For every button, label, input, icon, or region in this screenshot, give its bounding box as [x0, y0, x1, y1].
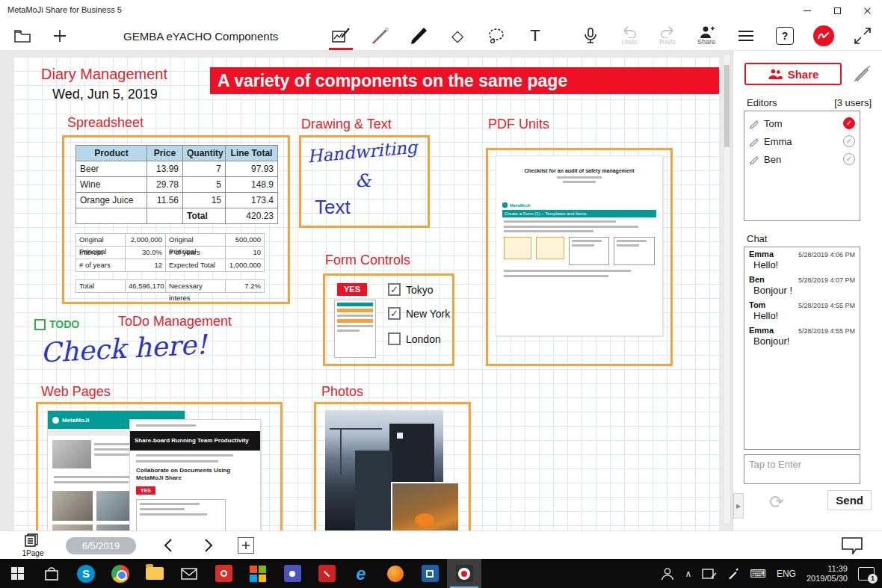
checkbox-checked-icon[interactable]: ✓	[388, 307, 401, 320]
new-page-button[interactable]	[45, 24, 75, 48]
form-option-tokyo[interactable]: ✓ Tokyo	[388, 283, 434, 296]
metamoji-app-icon	[456, 565, 473, 582]
form-controls-title[interactable]: Form Controls	[325, 253, 410, 268]
drawing-title[interactable]: Drawing & Text	[301, 117, 392, 132]
touch-keyboard-icon[interactable]: ⌨	[750, 567, 766, 581]
orange-app-taskbar-button[interactable]	[378, 559, 413, 588]
refresh-chat-button[interactable]: ⟳	[769, 492, 784, 513]
undo-button[interactable]: Undo	[614, 24, 644, 48]
maximize-button[interactable]	[822, 0, 852, 21]
pdf-thumbnail	[504, 237, 531, 259]
pdf-title[interactable]: PDF Units	[488, 117, 549, 132]
teams-taskbar-button[interactable]	[275, 559, 309, 588]
office-taskbar-button[interactable]	[241, 559, 275, 588]
finance-table-total[interactable]: Total 46,596,170 Necessary interes 7.2%	[75, 279, 265, 293]
next-page-button[interactable]	[199, 536, 218, 555]
page-count-label: 1Page	[18, 550, 48, 557]
checkbox-unchecked-icon[interactable]	[388, 332, 401, 345]
yes-badge[interactable]: YES	[337, 283, 367, 296]
minimize-button[interactable]	[792, 0, 822, 21]
editor-row[interactable]: Ben ✓	[744, 150, 860, 168]
file-explorer-taskbar-button[interactable]	[138, 559, 172, 588]
todo-title[interactable]: ToDo Management	[118, 314, 232, 329]
finance-table[interactable]: Original Principal 2,000,000 Original Pr…	[75, 233, 265, 272]
document-title[interactable]: GEMBA eYACHO Components	[123, 30, 278, 43]
metamoji-taskbar-button[interactable]	[447, 559, 481, 588]
microphone-button[interactable]	[576, 24, 605, 48]
undo-icon	[621, 26, 638, 38]
drawing-unit[interactable]: Handwriting & Text	[299, 135, 430, 228]
form-option-london[interactable]: London	[388, 332, 441, 345]
photos-title[interactable]: Photos	[321, 384, 363, 400]
people-tray-icon[interactable]	[661, 567, 674, 581]
pen-tray-icon[interactable]	[727, 568, 739, 580]
previous-page-button[interactable]	[158, 536, 178, 555]
redo-button[interactable]: Redo	[653, 24, 682, 48]
language-indicator[interactable]: ENG	[777, 569, 796, 579]
spreadsheet-table[interactable]: Product Price Quantity Line Total Beer 1…	[75, 145, 278, 224]
toolbar: GEMBA eYACHO Components ◇	[0, 21, 882, 51]
sidebar-collapse-button[interactable]: ▶	[733, 493, 744, 519]
edge-taskbar-button[interactable]: e	[344, 559, 378, 588]
page-banner[interactable]: A variety of components on the same page	[210, 67, 719, 94]
clock[interactable]: 11:39 2019/05/30	[807, 564, 848, 584]
close-button[interactable]	[852, 0, 882, 21]
red-app-taskbar-button[interactable]	[309, 559, 344, 588]
tray-expand-caret[interactable]: ∧	[685, 569, 691, 579]
pdf-unit[interactable]: Checklist for an audit of safety managem…	[486, 148, 673, 366]
page-date-chip[interactable]: 6/5/2019	[66, 537, 136, 554]
note-page[interactable]: Diary Management Wed, Jun 5, 2019 A vari…	[13, 57, 719, 530]
start-button[interactable]	[0, 559, 34, 588]
canvas-scrollbar[interactable]	[723, 54, 731, 524]
app-logo-button[interactable]	[809, 24, 839, 48]
share-menu-button[interactable]: Share	[691, 24, 721, 48]
page-comment-button[interactable]	[842, 537, 863, 557]
photos-unit[interactable]	[314, 402, 471, 530]
lasso-tool-button[interactable]	[481, 24, 511, 48]
diary-date[interactable]: Wed, Jun 5, 2019	[52, 87, 158, 102]
chrome-taskbar-button[interactable]	[103, 559, 138, 588]
web-pages-title[interactable]: Web Pages	[41, 384, 111, 400]
mail-taskbar-button[interactable]	[172, 559, 206, 588]
acrobat-taskbar-button[interactable]	[206, 559, 241, 588]
diary-title[interactable]: Diary Management	[41, 66, 167, 83]
form-option-newyork[interactable]: ✓ New York	[388, 307, 450, 320]
maximize-icon	[834, 7, 841, 14]
share-button[interactable]: Share	[744, 63, 842, 85]
microphone-icon	[582, 27, 599, 45]
form-controls-unit[interactable]: YES ✓ Tokyo ✓ New Y	[323, 273, 454, 366]
todo-checkbox-row[interactable]: TODO	[34, 318, 79, 330]
web-pages-unit[interactable]: MetaMoJi	[36, 402, 283, 530]
text-tool-button[interactable]: T	[520, 24, 550, 48]
select-tool-button[interactable]	[326, 24, 356, 48]
fullscreen-button[interactable]	[848, 24, 878, 48]
editor-row[interactable]: Emma ✓	[744, 132, 860, 150]
add-page-button[interactable]	[238, 537, 254, 554]
page-list-button[interactable]: 1Page	[18, 533, 48, 557]
editor-name: Emma	[764, 136, 839, 147]
action-center-button[interactable]: 1	[858, 567, 875, 581]
editor-row[interactable]: Tom ✓	[744, 114, 860, 132]
todo-handwriting[interactable]: Check here!	[40, 329, 208, 368]
menu-button[interactable]	[731, 24, 761, 48]
chat-panel[interactable]: Emma5/28/2019 4:06 PM Hello! Ben5/28/201…	[744, 247, 860, 450]
help-button[interactable]: ?	[770, 24, 800, 48]
todo-checkbox-icon[interactable]	[34, 319, 46, 330]
tablet-pen-icon[interactable]	[702, 568, 717, 580]
chat-label: Chat	[747, 233, 767, 244]
web-thumbnail-2: Share-board Running Team Productivity Co…	[129, 419, 261, 530]
send-button[interactable]: Send	[827, 490, 872, 510]
blue-app-taskbar-button[interactable]	[413, 559, 447, 588]
spreadsheet-title[interactable]: Spreadsheet	[67, 115, 144, 131]
store-taskbar-button[interactable]	[34, 559, 69, 588]
checkbox-checked-icon[interactable]: ✓	[388, 283, 401, 296]
marker-tool-button[interactable]	[404, 24, 434, 48]
scrollbar-thumb[interactable]	[724, 65, 730, 147]
chat-input[interactable]	[744, 454, 860, 484]
skype-taskbar-button[interactable]: S	[69, 559, 103, 588]
shape-tool-button[interactable]: ◇	[442, 24, 472, 48]
folder-button[interactable]	[7, 24, 37, 48]
canvas-area[interactable]: Diary Management Wed, Jun 5, 2019 A vari…	[0, 51, 733, 530]
pen-tool-button[interactable]	[365, 24, 395, 48]
pen-mode-button[interactable]	[853, 64, 871, 85]
